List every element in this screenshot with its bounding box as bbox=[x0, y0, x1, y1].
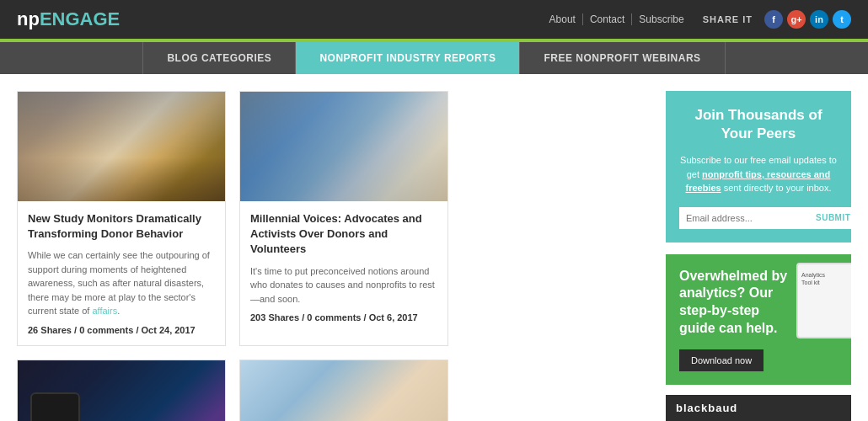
main-content: New Study Monitors Dramatically Transfor… bbox=[0, 74, 868, 421]
join-title: Join Thousands of Your Peers bbox=[679, 106, 838, 143]
site-header: npENGAGE About Contact Subscribe SHARE I… bbox=[0, 0, 868, 39]
logo-engage: ENGAGE bbox=[40, 8, 120, 29]
download-button[interactable]: Download now bbox=[679, 349, 764, 371]
linkedin-icon[interactable]: in bbox=[810, 10, 828, 29]
header-right: About Contact Subscribe SHARE IT f g+ in… bbox=[543, 10, 851, 29]
article-card bbox=[239, 360, 448, 421]
main-navigation: BLOG CATEGORIES NONPROFIT INDUSTRY REPOR… bbox=[0, 42, 868, 74]
blackbaud-label: blackbaud bbox=[676, 402, 737, 414]
facebook-icon[interactable]: f bbox=[764, 10, 783, 29]
article-excerpt: It's time to put preconceived notions ar… bbox=[250, 264, 437, 306]
sidebar: Join Thousands of Your Peers Subscribe t… bbox=[666, 91, 851, 421]
article-card: New Study Monitors Dramatically Transfor… bbox=[17, 91, 226, 346]
article-meta: 26 Shares / 0 comments / Oct 24, 2017 bbox=[28, 325, 215, 335]
nav-nonprofit-reports[interactable]: NONPROFIT INDUSTRY REPORTS bbox=[296, 42, 520, 74]
article-link[interactable]: affairs bbox=[92, 306, 117, 316]
google-plus-icon[interactable]: g+ bbox=[787, 10, 806, 29]
analytics-tablet-image bbox=[796, 263, 851, 338]
analytics-promo-box: Overwhelmed by analytics? Our step-by-st… bbox=[666, 254, 851, 385]
articles-grid: New Study Monitors Dramatically Transfor… bbox=[17, 91, 649, 421]
site-logo[interactable]: npENGAGE bbox=[17, 8, 120, 30]
about-link[interactable]: About bbox=[543, 13, 583, 25]
nav-free-webinars[interactable]: FREE NONPROFIT WEBINARS bbox=[520, 42, 725, 74]
email-signup-row: SUBMIT bbox=[679, 207, 838, 229]
article-body: Millennial Voices: Advocates and Activis… bbox=[240, 201, 447, 333]
analytics-title: Overwhelmed by analytics? Our step-by-st… bbox=[679, 268, 789, 338]
article-excerpt: While we can certainly see the outpourin… bbox=[28, 248, 215, 318]
submit-button[interactable]: SUBMIT bbox=[809, 207, 857, 229]
social-icons: f g+ in t bbox=[764, 10, 851, 29]
article-image-mobile bbox=[18, 360, 225, 421]
article-image-office bbox=[240, 360, 447, 421]
logo-np: np bbox=[17, 8, 40, 29]
article-image-city bbox=[18, 92, 225, 201]
header-nav-links: About Contact Subscribe bbox=[543, 13, 691, 25]
article-title[interactable]: Millennial Voices: Advocates and Activis… bbox=[250, 211, 437, 258]
blackbaud-box: blackbaud bbox=[666, 395, 851, 421]
contact-link[interactable]: Contact bbox=[583, 13, 632, 25]
subscribe-link[interactable]: Subscribe bbox=[632, 13, 690, 25]
article-title[interactable]: New Study Monitors Dramatically Transfor… bbox=[28, 211, 215, 242]
email-input[interactable] bbox=[679, 207, 809, 229]
article-meta: 203 Shares / 0 comments / Oct 6, 2017 bbox=[250, 312, 437, 322]
article-card bbox=[17, 360, 226, 421]
article-image-phones bbox=[240, 92, 447, 201]
twitter-icon[interactable]: t bbox=[833, 10, 851, 29]
nav-blog-categories[interactable]: BLOG CATEGORIES bbox=[142, 42, 296, 74]
article-card: Millennial Voices: Advocates and Activis… bbox=[239, 91, 448, 346]
share-it-label: SHARE IT bbox=[703, 14, 753, 24]
join-description: Subscribe to our free email updates to g… bbox=[679, 153, 838, 195]
join-peers-box: Join Thousands of Your Peers Subscribe t… bbox=[666, 91, 851, 242]
join-highlight: nonprofit tips, resources and freebies bbox=[685, 169, 830, 194]
article-body: New Study Monitors Dramatically Transfor… bbox=[18, 201, 225, 345]
